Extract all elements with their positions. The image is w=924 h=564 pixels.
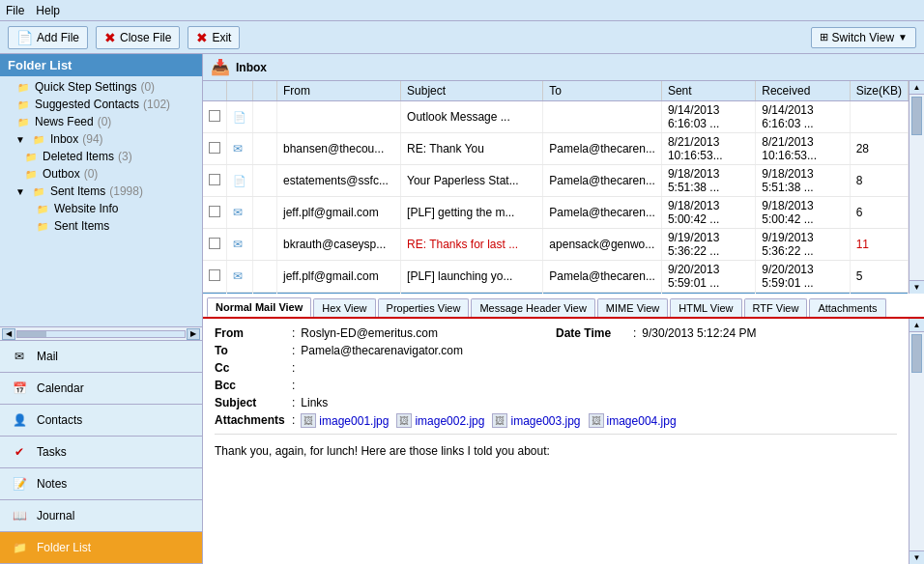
sidebar-nav: ✉ Mail 📅 Calendar 👤 Contacts ✔ Tasks 📝 N… — [0, 340, 202, 564]
email-received: 9/20/2013 5:59:01 ... — [756, 261, 850, 293]
sidebar-label: Deleted Items — [43, 150, 114, 163]
col-header-subject[interactable]: Subject — [401, 81, 543, 101]
from-value: Roslyn-ED@emeritus.com — [301, 326, 556, 340]
nav-mail[interactable]: ✉ Mail — [0, 341, 202, 373]
table-row[interactable]: ✉ jeff.plf@gmail.com [PLF] getting the m… — [203, 197, 909, 229]
col-header-sent[interactable]: Sent — [661, 81, 755, 101]
sidebar-label: Sent Items — [50, 184, 105, 198]
mail-type-icon: 📄 — [233, 111, 246, 123]
add-file-button[interactable]: 📄 Add File — [8, 26, 88, 49]
tab-mime-view[interactable]: MIME View — [597, 298, 668, 317]
attachment-list: 🖼 image001.jpg 🖼 image002.jpg 🖼 image003… — [301, 413, 676, 428]
nav-journal[interactable]: 📖 Journal — [0, 500, 202, 532]
journal-icon: 📖 — [10, 506, 29, 525]
sidebar-item-suggested-contacts[interactable]: 📁 Suggested Contacts (102) — [0, 96, 202, 113]
table-row[interactable]: ✉ bkrauth@caseysp... RE: Thanks for last… — [203, 229, 909, 261]
detail-datetime-section: Date Time : 9/30/2013 5:12:24 PM — [556, 326, 897, 344]
email-subject: [PLF] getting the m... — [401, 197, 543, 229]
menu-file[interactable]: File — [6, 4, 24, 17]
datetime-value: 9/30/2013 5:12:24 PM — [642, 326, 897, 340]
table-scrollbar: ▲ ▼ — [909, 81, 924, 294]
attachment-image002[interactable]: 🖼 image002.jpg — [396, 413, 484, 428]
table-row[interactable]: 📄 estatements@ssfc... Your Paperless Sta… — [203, 165, 909, 197]
datetime-label: Date Time — [556, 326, 633, 340]
detail-scroll-up[interactable]: ▲ — [910, 319, 924, 332]
email-sent: 9/14/2013 6:16:03 ... — [661, 101, 755, 133]
close-file-button[interactable]: ✖ Close File — [96, 26, 180, 49]
sidebar-item-outbox[interactable]: 📁 Outbox (0) — [0, 165, 202, 183]
email-received: 9/14/2013 6:16:03 ... — [756, 101, 850, 133]
table-row[interactable]: 📄 Outlook Message ... 9/14/2013 6:16:03 … — [203, 101, 909, 133]
toolbar: 📄 Add File ✖ Close File ✖ Exit ⊞ Switch … — [0, 21, 924, 54]
exit-button[interactable]: ✖ Exit — [188, 26, 240, 49]
email-sent: 8/21/2013 10:16:53... — [661, 133, 755, 165]
attachment-file-icon: 🖼 — [396, 413, 412, 428]
attachment-image001[interactable]: 🖼 image001.jpg — [301, 413, 389, 428]
row-checkbox[interactable] — [209, 269, 220, 281]
sidebar-item-website-info[interactable]: 📁 Website Info — [0, 200, 202, 217]
col-header-received[interactable]: Received — [756, 81, 850, 101]
email-size: 5 — [850, 261, 908, 293]
attachment-image003[interactable]: 🖼 image003.jpg — [492, 413, 580, 428]
row-checkbox[interactable] — [209, 238, 220, 249]
scroll-right-btn[interactable]: ▶ — [187, 328, 200, 340]
folder-icon: 📁 — [31, 184, 46, 198]
tab-message-header-view[interactable]: Message Header View — [471, 298, 594, 317]
mail-type-icon: 📄 — [233, 175, 246, 186]
mail-type-icon: ✉ — [233, 206, 243, 219]
email-table: From Subject To Sent Received Size(KB) 📄 — [203, 81, 909, 294]
email-detail: From : Roslyn-ED@emeritus.com Date Time … — [203, 319, 909, 564]
switch-view-dropdown-icon: ▼ — [898, 32, 908, 42]
detail-scroll-down[interactable]: ▼ — [910, 550, 924, 564]
switch-view-button[interactable]: ⊞ Switch View ▼ — [811, 27, 916, 48]
tab-normal-mail-view[interactable]: Normal Mail View — [207, 297, 311, 317]
tab-html-view[interactable]: HTML View — [670, 298, 741, 317]
row-checkbox[interactable] — [209, 206, 220, 217]
sidebar-item-deleted-items[interactable]: 📁 Deleted Items (3) — [0, 148, 202, 165]
mail-icon: ✉ — [10, 347, 29, 366]
email-body: Thank you, again, for lunch! Here are th… — [215, 440, 897, 462]
nav-tasks[interactable]: ✔ Tasks — [0, 437, 202, 468]
menu-bar: File Help — [0, 0, 924, 21]
email-size — [850, 101, 908, 133]
sidebar-item-quick-step[interactable]: 📁 Quick Step Settings (0) — [0, 78, 202, 96]
row-checkbox[interactable] — [209, 142, 220, 154]
sidebar-count: (0) — [140, 80, 155, 94]
tab-hex-view[interactable]: Hex View — [313, 298, 375, 317]
tab-properties-view[interactable]: Properties View — [378, 298, 470, 317]
email-from: jeff.plf@gmail.com — [277, 197, 401, 229]
sidebar-item-news-feed[interactable]: 📁 News Feed (0) — [0, 113, 202, 130]
sidebar: Folder List 📁 Quick Step Settings (0) 📁 … — [0, 54, 203, 564]
tab-attachments[interactable]: Attachments — [809, 298, 885, 317]
nav-folder-list[interactable]: 📁 Folder List — [0, 532, 202, 564]
col-header-size[interactable]: Size(KB) — [850, 81, 908, 101]
cc-label: Cc — [215, 361, 292, 375]
detail-scroll-container: From : Roslyn-ED@emeritus.com Date Time … — [203, 319, 924, 564]
table-row[interactable]: ✉ jeff.plf@gmail.com [PLF] launching yo.… — [203, 261, 909, 293]
scroll-left-btn[interactable]: ◀ — [2, 328, 15, 340]
col-header-to[interactable]: To — [543, 81, 662, 101]
row-checkbox[interactable] — [209, 174, 220, 185]
sidebar-item-sent-items-sub[interactable]: 📁 Sent Items — [0, 217, 202, 235]
nav-calendar[interactable]: 📅 Calendar — [0, 373, 202, 405]
expand-icon: ▼ — [15, 134, 25, 145]
subject-label: Subject — [215, 396, 292, 409]
col-header-from[interactable]: From — [277, 81, 401, 101]
sidebar-scrollbar[interactable]: ◀ ▶ — [0, 326, 202, 340]
nav-notes[interactable]: 📝 Notes — [0, 468, 202, 500]
table-scroll-down[interactable]: ▼ — [910, 280, 924, 294]
table-row[interactable]: ✉ bhansen@thecou... RE: Thank You Pamela… — [203, 133, 909, 165]
subject-value: Links — [301, 396, 897, 409]
table-scroll-up[interactable]: ▲ — [910, 81, 924, 95]
row-checkbox[interactable] — [209, 110, 220, 122]
attachment-image004[interactable]: 🖼 image004.jpg — [589, 413, 677, 428]
tab-rtf-view[interactable]: RTF View — [744, 298, 808, 317]
menu-help[interactable]: Help — [36, 4, 60, 17]
sidebar-item-sent-items[interactable]: ▼ 📁 Sent Items (1998) — [0, 183, 202, 200]
email-subject: [PLF] launching yo... — [401, 261, 543, 293]
detail-scroll-track — [910, 332, 924, 550]
email-to: apensack@genwo... — [543, 229, 662, 261]
sidebar-item-inbox[interactable]: ▼ 📁 Inbox (94) — [0, 130, 202, 148]
nav-contacts[interactable]: 👤 Contacts — [0, 405, 202, 437]
notes-icon: 📝 — [10, 474, 29, 494]
